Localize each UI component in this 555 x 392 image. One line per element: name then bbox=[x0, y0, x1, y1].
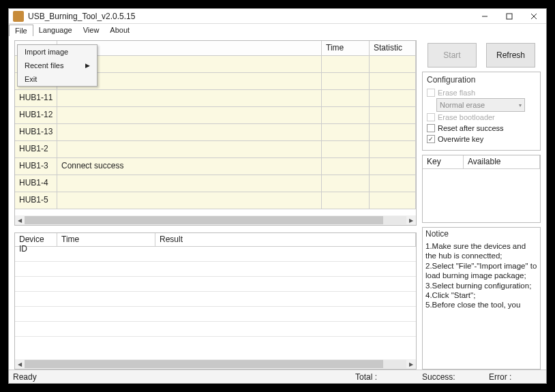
titlebar: USB_Burning_Tool_v2.0.5.15 bbox=[9, 9, 546, 24]
menu-recent-files[interactable]: Recent files▶ bbox=[18, 59, 97, 72]
cell-id: HUB1-11 bbox=[15, 90, 57, 106]
table-row[interactable]: HUB1-2 bbox=[15, 141, 416, 158]
cell-id: HUB1-13 bbox=[15, 124, 57, 140]
menu-file[interactable]: File bbox=[9, 25, 33, 36]
cell-time bbox=[322, 73, 370, 89]
chevron-right-icon: ▶ bbox=[85, 62, 90, 69]
minimize-icon bbox=[481, 13, 488, 20]
cell-time bbox=[322, 141, 370, 157]
cell-statistic bbox=[370, 192, 416, 209]
col-deviceid[interactable]: Device ID bbox=[15, 233, 57, 247]
table-row bbox=[15, 277, 416, 292]
cell-time bbox=[322, 192, 370, 209]
menu-import-image[interactable]: Import image bbox=[18, 45, 97, 59]
col-log-time[interactable]: Time bbox=[57, 233, 155, 247]
table-row bbox=[15, 262, 416, 277]
reset-after-checkbox[interactable] bbox=[427, 124, 435, 132]
cell-status bbox=[57, 141, 322, 157]
cell-time bbox=[322, 175, 370, 192]
key-table: Key Available bbox=[422, 155, 541, 223]
cell-status bbox=[57, 90, 322, 106]
close-button[interactable] bbox=[522, 9, 546, 23]
col-available[interactable]: Available bbox=[464, 155, 540, 169]
cell-status bbox=[57, 175, 322, 192]
devices-hscrollbar[interactable]: ◀ ▶ bbox=[15, 215, 416, 225]
notice-title: Notice bbox=[425, 229, 537, 239]
cell-statistic bbox=[370, 90, 416, 106]
maximize-button[interactable] bbox=[497, 9, 522, 23]
scroll-right-icon[interactable]: ▶ bbox=[406, 359, 416, 369]
status-total: Total : bbox=[355, 372, 410, 382]
table-row[interactable]: HUB1-3Connect success bbox=[15, 158, 416, 175]
log-hscrollbar[interactable]: ◀ ▶ bbox=[15, 359, 416, 369]
cell-time bbox=[322, 107, 370, 123]
col-statistic[interactable]: Statistic bbox=[370, 41, 416, 56]
overwrite-key-option[interactable]: Overwirte key bbox=[427, 134, 536, 145]
cell-time bbox=[322, 124, 370, 140]
cell-time bbox=[322, 90, 370, 106]
chevron-down-icon: ▾ bbox=[519, 102, 522, 108]
configuration-title: Configuration bbox=[427, 75, 536, 85]
cell-id: HUB1-5 bbox=[15, 192, 57, 209]
cell-statistic bbox=[370, 175, 416, 192]
erase-flash-checkbox bbox=[427, 89, 435, 97]
cell-id: HUB1-12 bbox=[15, 107, 57, 123]
table-row[interactable]: HUB1-4 bbox=[15, 175, 416, 192]
erase-flash-option: Erase flash bbox=[427, 87, 536, 98]
cell-time bbox=[322, 158, 370, 175]
cell-status bbox=[57, 192, 322, 209]
table-row[interactable]: HUB1-5 bbox=[15, 192, 416, 209]
file-dropdown: Import image Recent files▶ Exit bbox=[17, 44, 97, 87]
app-icon bbox=[13, 11, 24, 22]
table-row[interactable]: HUB1-12 bbox=[15, 107, 416, 124]
cell-statistic bbox=[370, 141, 416, 157]
start-button[interactable]: Start bbox=[427, 43, 477, 67]
table-row[interactable]: HUB1-11 bbox=[15, 90, 416, 107]
status-ready: Ready bbox=[13, 372, 343, 382]
col-result[interactable]: Result bbox=[155, 233, 416, 247]
menu-view[interactable]: View bbox=[78, 25, 105, 35]
log-grid: Device ID Time Result ◀ bbox=[14, 232, 417, 370]
notice-panel: Notice 1.Make sure the devices and the h… bbox=[422, 227, 541, 370]
cell-status: Connect success bbox=[57, 158, 322, 175]
overwrite-key-checkbox[interactable] bbox=[427, 135, 435, 143]
cell-statistic bbox=[370, 56, 416, 72]
table-row bbox=[15, 307, 416, 322]
log-grid-header: Device ID Time Result bbox=[15, 233, 416, 247]
cell-id: HUB1-4 bbox=[15, 175, 57, 192]
table-row bbox=[15, 247, 416, 262]
menu-exit[interactable]: Exit bbox=[18, 72, 97, 86]
maximize-icon bbox=[506, 13, 513, 20]
reset-after-option[interactable]: Reset after success bbox=[427, 123, 536, 134]
minimize-button[interactable] bbox=[472, 9, 497, 23]
erase-bootloader-option: Erase bootloader bbox=[427, 112, 536, 123]
cell-status bbox=[57, 107, 322, 123]
window-title: USB_Burning_Tool_v2.0.5.15 bbox=[28, 12, 472, 21]
cell-id: HUB1-3 bbox=[15, 158, 57, 175]
erase-mode-select: Normal erase ▾ bbox=[436, 98, 525, 112]
menu-language[interactable]: Language bbox=[33, 25, 78, 35]
table-row bbox=[15, 292, 416, 307]
close-icon bbox=[530, 13, 537, 20]
menu-about[interactable]: About bbox=[104, 25, 135, 35]
configuration-panel: Configuration Erase flash Normal erase ▾… bbox=[422, 72, 541, 151]
refresh-button[interactable]: Refresh bbox=[486, 43, 535, 67]
scroll-left-icon[interactable]: ◀ bbox=[15, 215, 25, 225]
cell-time bbox=[322, 56, 370, 72]
col-key[interactable]: Key bbox=[423, 155, 464, 169]
table-row[interactable]: HUB1-13 bbox=[15, 124, 416, 141]
statusbar: Ready Total : Success: Error : bbox=[9, 370, 546, 383]
scroll-right-icon[interactable]: ▶ bbox=[406, 215, 416, 225]
status-error: Error : bbox=[489, 372, 530, 382]
table-row bbox=[15, 322, 416, 337]
cell-statistic bbox=[370, 107, 416, 123]
col-time[interactable]: Time bbox=[322, 41, 370, 56]
cell-statistic bbox=[370, 158, 416, 175]
status-success: Success: bbox=[422, 372, 477, 382]
erase-bootloader-checkbox bbox=[427, 113, 435, 121]
svg-rect-1 bbox=[507, 14, 512, 19]
cell-status bbox=[57, 124, 322, 140]
scroll-left-icon[interactable]: ◀ bbox=[15, 359, 25, 369]
cell-statistic bbox=[370, 73, 416, 89]
cell-id: HUB1-2 bbox=[15, 141, 57, 157]
